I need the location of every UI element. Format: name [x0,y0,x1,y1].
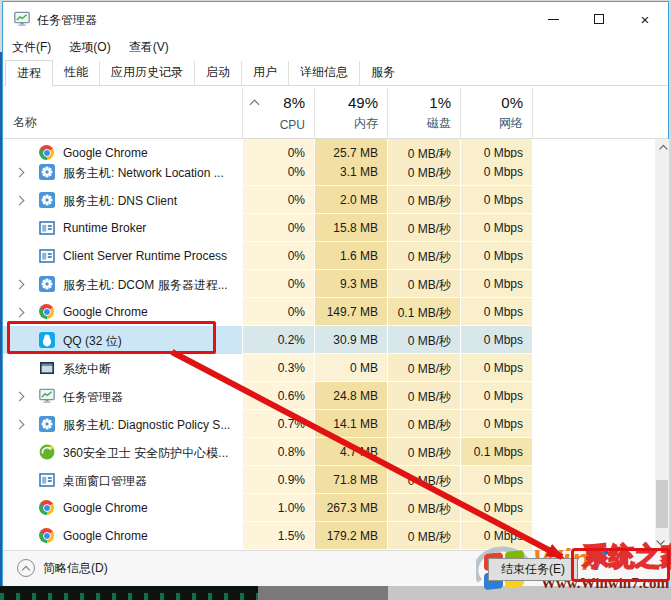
maximize-icon [594,14,604,24]
taskmgr-icon [39,388,55,404]
close-button[interactable]: × [622,2,668,36]
process-row[interactable]: 服务主机: Network Location ...0%3.1 MB0 MB/秒… [3,158,655,186]
column-label: CPU [280,118,305,132]
process-name-area: Runtime Broker [3,214,242,242]
disk-cell: 0 MB/秒 [387,326,460,354]
tab-进程[interactable]: 进程 [5,60,53,86]
maximize-button[interactable] [576,2,622,36]
disk-cell: 0 MB/秒 [387,242,460,270]
vertical-scrollbar[interactable] [655,139,669,550]
cpu-cell: 0% [242,158,314,186]
process-row[interactable]: 任务管理器0.6%24.8 MB0 MB/秒0 Mbps [3,382,655,410]
column-label: 网络 [499,115,523,132]
usage-percent: 49% [348,94,378,111]
minimize-button[interactable] [530,2,576,36]
process-name: 任务管理器 [63,389,123,406]
cpu-cell: 0.3% [242,354,314,382]
process-name-area: 服务主机: Network Location ... [3,158,242,186]
gear-icon [39,192,55,208]
mem-cell: 149.7 MB [314,298,387,326]
process-row[interactable]: Client Server Runtime Process0%1.6 MB0 M… [3,242,655,270]
process-row[interactable]: Google Chrome0%25.7 MB0 MB/秒0 Mbps [3,139,655,158]
process-name: Google Chrome [63,529,148,543]
appwin-icon [39,220,55,236]
background-strip-segment [0,586,258,600]
net-cell: 0 Mbps [460,242,532,270]
cpu-cell: 0% [242,214,314,242]
mem-cell: 4.7 MB [314,438,387,466]
gear-icon [39,416,55,432]
mem-cell: 267.3 MB [314,494,387,522]
menu-item[interactable]: 选项(O) [69,36,119,59]
process-name: Google Chrome [63,501,148,515]
end-task-button[interactable]: 结束任务(E) [488,558,578,581]
disk-cell: 0 MB/秒 [387,466,460,494]
process-row[interactable]: 服务主机: DNS Client0%2.0 MB0 MB/秒0 Mbps [3,186,655,214]
disk-cell: 0 MB/秒 [387,494,460,522]
expand-chevron-icon[interactable] [15,420,25,430]
expand-chevron-icon[interactable] [15,196,25,206]
title-bar[interactable]: 任务管理器 × [3,2,668,36]
menu-item[interactable]: 文件(F) [12,36,60,59]
fewer-details-toggle[interactable]: 简略信息(D) [17,559,108,577]
cpu-cell: 1.5% [242,522,314,550]
process-name: Client Server Runtime Process [63,249,227,263]
cpu-cell: 0.6% [242,382,314,410]
net-cell: 0 Mbps [460,382,532,410]
tab-用户[interactable]: 用户 [242,61,289,85]
mem-cell: 15.8 MB [314,214,387,242]
process-row[interactable]: 系统中断0.3%0 MB0 MB/秒0 Mbps [3,354,655,382]
mem-cell: 24.8 MB [314,382,387,410]
close-icon: × [641,12,650,27]
process-row[interactable]: Google Chrome1.0%267.3 MB0 MB/秒0 Mbps [3,494,655,522]
column-header-CPU[interactable]: 8%CPU [242,88,314,139]
disk-cell: 0 MB/秒 [387,410,460,438]
process-row[interactable]: 360安全卫士 安全防护中心模...0.8%4.7 MB0 MB/秒0.1 Mb… [3,438,655,466]
tab-详细信息[interactable]: 详细信息 [289,61,360,85]
scroll-up-icon[interactable] [655,141,669,156]
process-row[interactable]: QQ (32 位)0.2%30.9 MB0 MB/秒0 Mbps [3,326,655,354]
cpu-cell: 0% [242,186,314,214]
tab-启动[interactable]: 启动 [195,61,242,85]
cpu-cell: 0% [242,242,314,270]
menu-item[interactable]: 查看(V) [129,36,178,59]
mem-cell: 14.1 MB [314,410,387,438]
disk-cell: 0 MB/秒 [387,522,460,550]
expand-chevron-icon[interactable] [15,392,25,402]
expand-chevron-icon[interactable] [15,168,25,178]
usage-percent: 1% [429,94,451,111]
column-label: 内存 [354,115,378,132]
chevron-up-circle-icon [17,559,35,577]
net-cell: 0 Mbps [460,186,532,214]
net-cell: 0 Mbps [460,410,532,438]
expand-chevron-icon[interactable] [15,280,25,290]
process-row[interactable]: Runtime Broker0%15.8 MB0 MB/秒0 Mbps [3,214,655,242]
usage-percent: 8% [283,94,305,111]
process-name-area: Google Chrome [3,298,242,326]
column-header-磁盘[interactable]: 1%磁盘 [387,88,460,139]
column-header-name[interactable]: 名称 [13,114,37,131]
scrollbar-thumb[interactable] [656,480,668,528]
tab-性能[interactable]: 性能 [53,61,100,85]
window-controls: × [530,2,668,36]
column-header-内存[interactable]: 49%内存 [314,88,387,139]
process-row[interactable]: 服务主机: Diagnostic Policy S...0.7%14.1 MB0… [3,410,655,438]
process-row[interactable]: Google Chrome0%149.7 MB0.1 MB/秒0 Mbps [3,298,655,326]
disk-cell: 0.1 MB/秒 [387,298,460,326]
column-divider [532,88,533,139]
tab-服务[interactable]: 服务 [360,61,406,85]
gear-icon [39,276,55,292]
expand-chevron-icon[interactable] [15,308,25,318]
cpu-cell: 0.7% [242,410,314,438]
task-manager-window: 任务管理器 × 文件(F)选项(O)查看(V) 进程性能应用历史记录启动用户详细… [2,1,669,586]
process-row[interactable]: 桌面窗口管理器0.9%71.8 MB0 MB/秒0 Mbps [3,466,655,494]
column-header: 名称 8%CPU49%内存1%磁盘0%网络 [3,88,668,139]
column-header-网络[interactable]: 0%网络 [460,88,532,139]
process-name: QQ (32 位) [63,333,122,350]
cpu-cell: 0% [242,270,314,298]
process-row[interactable]: 服务主机: DCOM 服务器进程...0%9.3 MB0 MB/秒0 Mbps [3,270,655,298]
tab-应用历史记录[interactable]: 应用历史记录 [100,61,195,85]
process-name: 360安全卫士 安全防护中心模... [63,445,228,462]
mem-cell: 1.6 MB [314,242,387,270]
process-name-area: Client Server Runtime Process [3,242,242,270]
